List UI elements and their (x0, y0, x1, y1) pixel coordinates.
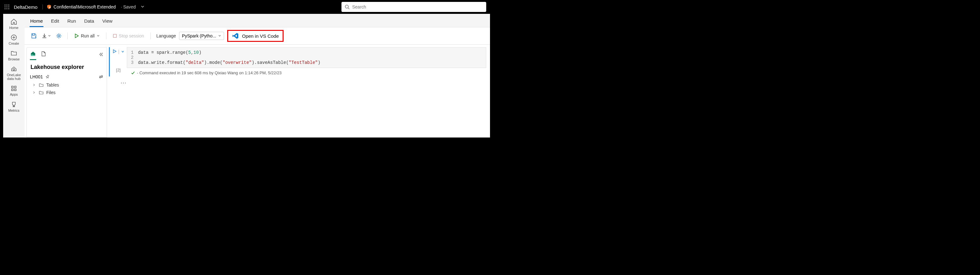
language-label: Language (156, 33, 176, 38)
tree-item-tables[interactable]: Tables (27, 81, 107, 89)
svg-point-3 (5, 6, 6, 8)
tree-item-files[interactable]: Files (27, 89, 107, 96)
lakehouse-name: LH001 (30, 74, 43, 79)
svg-point-6 (5, 8, 6, 10)
trophy-icon (10, 101, 17, 108)
svg-point-0 (5, 5, 6, 6)
svg-rect-20 (14, 89, 16, 91)
chevron-down-icon (97, 34, 100, 37)
nav-create[interactable]: Create (5, 32, 23, 47)
vscode-icon (232, 32, 239, 39)
nav-metrics[interactable]: Metrics (5, 99, 23, 114)
status-text: - Command executed in 19 sec 608 ms by Q… (137, 70, 282, 75)
chevron-down-icon (218, 34, 221, 37)
saved-status: · Saved (121, 5, 136, 10)
svg-point-1 (6, 5, 8, 6)
search-box[interactable] (342, 2, 486, 12)
chevron-right-icon (32, 90, 36, 95)
folder-icon (39, 90, 44, 95)
folder-icon (10, 50, 17, 57)
play-icon (74, 33, 79, 38)
svg-point-23 (58, 35, 60, 37)
settings-button[interactable] (54, 31, 64, 41)
onelake-icon (10, 65, 17, 72)
nav-apps[interactable]: Apps (5, 83, 23, 98)
chevron-down-icon[interactable] (141, 5, 145, 10)
nav-onelake[interactable]: OneLake data hub (5, 64, 23, 83)
chevron-right-icon (32, 83, 36, 87)
notebook-panel: [2] 1 2 3 data = spark.range(5,10) data.… (107, 45, 490, 138)
lakehouse-row[interactable]: LH001 (27, 72, 107, 81)
explorer-tab-lakehouse[interactable] (30, 49, 36, 60)
app-launcher-icon[interactable] (4, 4, 10, 10)
nav-metrics-label: Metrics (8, 108, 19, 112)
tree-item-label: Tables (46, 83, 59, 87)
nav-home-label: Home (9, 26, 18, 30)
cell-exec-count: [2] (116, 68, 121, 72)
tree-item-label: Files (46, 90, 56, 95)
workspace-name: DeltaDemo (14, 5, 37, 10)
svg-rect-17 (12, 86, 14, 88)
run-all-label: Run all (81, 33, 95, 38)
stop-icon (113, 34, 117, 38)
cell-status: - Command executed in 19 sec 608 ms by Q… (127, 69, 486, 76)
open-vscode-label: Open in VS Code (242, 33, 279, 39)
svg-rect-18 (14, 86, 16, 88)
svg-rect-24 (113, 34, 116, 37)
cell-more-button[interactable] (121, 49, 125, 54)
tab-view[interactable]: View (102, 16, 113, 27)
home-icon (10, 18, 17, 25)
nav-browse-label: Browse (8, 57, 20, 61)
tab-data[interactable]: Data (83, 16, 95, 27)
tab-edit[interactable]: Edit (50, 16, 60, 27)
code-editor[interactable]: 1 2 3 data = spark.range(5,10) data.writ… (127, 47, 486, 68)
sync-icon[interactable] (99, 74, 103, 79)
svg-point-16 (13, 68, 15, 70)
svg-point-11 (345, 5, 348, 8)
nav-apps-label: Apps (10, 92, 18, 96)
explorer-title: Lakehouse explorer (27, 62, 107, 72)
classification-label: Confidential\Microsoft Extended (54, 5, 116, 10)
download-button[interactable] (41, 31, 51, 41)
collapse-panel-button[interactable] (99, 52, 103, 58)
svg-line-12 (348, 8, 349, 9)
add-cell-ellipsis[interactable]: … (107, 78, 490, 85)
cell-run-button[interactable] (112, 49, 117, 54)
tab-run[interactable]: Run (67, 16, 77, 27)
explorer-tab-files[interactable] (41, 50, 46, 60)
check-icon (130, 71, 135, 75)
search-icon (345, 5, 350, 10)
language-select[interactable]: PySpark (Pytho... (179, 32, 224, 40)
search-input[interactable] (352, 5, 483, 10)
nav-home[interactable]: Home (5, 16, 23, 32)
stop-session-button: Stop session (110, 32, 146, 40)
svg-point-5 (8, 6, 10, 8)
left-nav: Home Create Browse OneLake data hub Apps… (3, 14, 25, 138)
file-icon (41, 51, 46, 57)
shield-icon (46, 5, 52, 10)
folder-icon (39, 83, 44, 87)
pin-icon[interactable] (45, 75, 50, 79)
lakehouse-icon (30, 51, 36, 57)
svg-point-8 (8, 8, 10, 10)
classification-badge: Confidential\Microsoft Extended (43, 5, 116, 10)
toolbar: Run all Stop session Language PySpark (P… (25, 27, 490, 45)
open-vscode-button[interactable]: Open in VS Code (227, 30, 283, 42)
save-icon-button[interactable] (29, 31, 38, 41)
nav-onelake-label: OneLake data hub (5, 73, 23, 81)
tab-bar: Home Edit Run Data View (25, 14, 490, 27)
run-all-button[interactable]: Run all (72, 32, 102, 40)
code-cell[interactable]: [2] 1 2 3 data = spark.range(5,10) data.… (109, 47, 486, 76)
explorer-panel: Lakehouse explorer LH001 Tables (26, 47, 107, 138)
plus-circle-icon (10, 34, 17, 41)
language-value: PySpark (Pytho... (182, 33, 216, 38)
apps-icon (10, 85, 17, 92)
svg-rect-19 (12, 89, 14, 91)
tab-home[interactable]: Home (30, 16, 43, 27)
svg-point-7 (6, 8, 8, 10)
nav-create-label: Create (8, 41, 19, 45)
svg-point-2 (8, 5, 10, 6)
stop-session-label: Stop session (119, 33, 144, 38)
svg-point-4 (6, 6, 8, 8)
nav-browse[interactable]: Browse (5, 48, 23, 63)
